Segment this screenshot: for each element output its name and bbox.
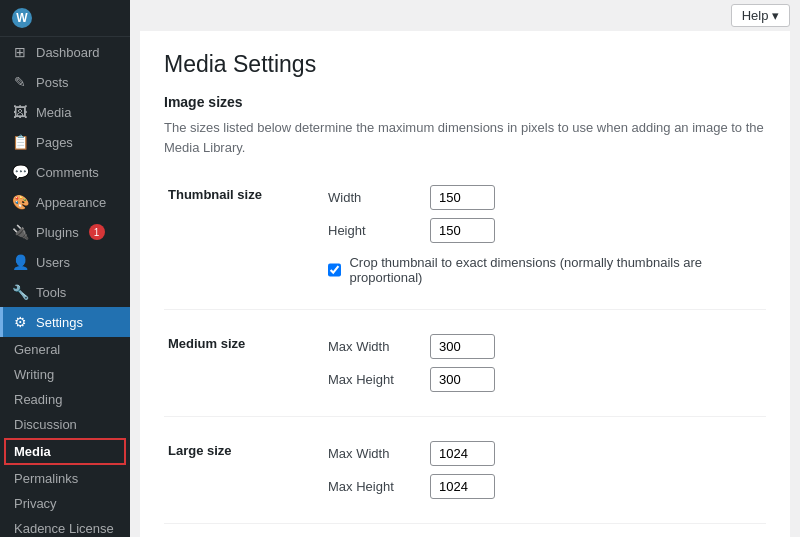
help-button[interactable]: Help ▾ (731, 4, 790, 27)
subnav-writing[interactable]: Writing (0, 362, 130, 387)
thumbnail-group: Width Height Crop thumbnail to exact dim… (328, 185, 762, 285)
large-fields: Max Width Max Height (324, 433, 766, 507)
image-sizes-desc: The sizes listed below determine the max… (164, 118, 766, 157)
nav-item-posts[interactable]: ✎ Posts (0, 67, 130, 97)
nav-item-settings[interactable]: ⚙ Settings (0, 307, 130, 337)
medium-width-row: Max Width (328, 334, 762, 359)
medium-label: Medium size (164, 326, 324, 400)
settings-icon: ⚙ (12, 314, 28, 330)
subnav-discussion[interactable]: Discussion (0, 412, 130, 437)
sidebar: W ⊞ Dashboard ✎ Posts 🖼 Media 📋 Pages 💬 … (0, 0, 130, 537)
thumbnail-height-row: Height (328, 218, 762, 243)
nav-item-appearance[interactable]: 🎨 Appearance (0, 187, 130, 217)
nav-label-pages: Pages (36, 135, 73, 150)
medium-row: Medium size Max Width Max Height (164, 326, 766, 400)
nav-label-users: Users (36, 255, 70, 270)
thumbnail-height-input[interactable] (430, 218, 495, 243)
large-height-row: Max Height (328, 474, 762, 499)
large-group: Max Width Max Height (328, 441, 762, 499)
appearance-icon: 🎨 (12, 194, 28, 210)
plugins-icon: 🔌 (12, 224, 28, 240)
comments-icon: 💬 (12, 164, 28, 180)
subnav-kadence[interactable]: Kadence License Activation (0, 516, 130, 537)
nav-label-comments: Comments (36, 165, 99, 180)
divider-3 (164, 523, 766, 524)
topbar: Help ▾ (130, 0, 800, 31)
plugins-badge: 1 (89, 224, 105, 240)
settings-submenu: General Writing Reading Discussion Media… (0, 337, 130, 537)
nav-label-plugins: Plugins (36, 225, 79, 240)
subnav-general[interactable]: General (0, 337, 130, 362)
thumbnail-fields: Width Height Crop thumbnail to exact dim… (324, 177, 766, 293)
thumbnail-row: Thumbnail size Width Height (164, 177, 766, 293)
large-table: Large size Max Width Max Height (164, 433, 766, 507)
thumbnail-width-row: Width (328, 185, 762, 210)
divider-1 (164, 309, 766, 310)
nav-item-users[interactable]: 👤 Users (0, 247, 130, 277)
subnav-permalinks[interactable]: Permalinks (0, 466, 130, 491)
thumbnail-height-label: Height (328, 223, 418, 238)
medium-table: Medium size Max Width Max Height (164, 326, 766, 400)
nav-item-comments[interactable]: 💬 Comments (0, 157, 130, 187)
page-title: Media Settings (164, 51, 766, 78)
large-row: Large size Max Width Max Height (164, 433, 766, 507)
nav-label-tools: Tools (36, 285, 66, 300)
large-width-row: Max Width (328, 441, 762, 466)
large-height-label: Max Height (328, 479, 418, 494)
nav-item-tools[interactable]: 🔧 Tools (0, 277, 130, 307)
subnav-privacy[interactable]: Privacy (0, 491, 130, 516)
thumbnail-crop-label: Crop thumbnail to exact dimensions (norm… (349, 255, 762, 285)
dashboard-icon: ⊞ (12, 44, 28, 60)
thumbnail-width-input[interactable] (430, 185, 495, 210)
divider-2 (164, 416, 766, 417)
large-label: Large size (164, 433, 324, 507)
subnav-media[interactable]: Media (4, 438, 126, 465)
content-area: Media Settings Image sizes The sizes lis… (140, 31, 790, 537)
media-icon: 🖼 (12, 104, 28, 120)
nav-label-dashboard: Dashboard (36, 45, 100, 60)
medium-height-input[interactable] (430, 367, 495, 392)
users-icon: 👤 (12, 254, 28, 270)
large-width-input[interactable] (430, 441, 495, 466)
nav-item-plugins[interactable]: 🔌 Plugins 1 (0, 217, 130, 247)
medium-group: Max Width Max Height (328, 334, 762, 392)
thumbnail-label: Thumbnail size (164, 177, 324, 293)
main-area: Help ▾ Media Settings Image sizes The si… (130, 0, 800, 537)
nav-label-settings: Settings (36, 315, 83, 330)
wp-logo-icon: W (12, 8, 32, 28)
thumbnail-table: Thumbnail size Width Height (164, 177, 766, 293)
medium-height-label: Max Height (328, 372, 418, 387)
nav-item-dashboard[interactable]: ⊞ Dashboard (0, 37, 130, 67)
large-width-label: Max Width (328, 446, 418, 461)
nav-item-media[interactable]: 🖼 Media (0, 97, 130, 127)
thumbnail-width-label: Width (328, 190, 418, 205)
sidebar-logo: W (0, 0, 130, 37)
nav-label-posts: Posts (36, 75, 69, 90)
pages-icon: 📋 (12, 134, 28, 150)
nav-item-pages[interactable]: 📋 Pages (0, 127, 130, 157)
image-sizes-title: Image sizes (164, 94, 766, 110)
large-height-input[interactable] (430, 474, 495, 499)
medium-fields: Max Width Max Height (324, 326, 766, 400)
thumbnail-crop-checkbox[interactable] (328, 263, 341, 277)
subnav-reading[interactable]: Reading (0, 387, 130, 412)
nav-label-media: Media (36, 105, 71, 120)
medium-width-label: Max Width (328, 339, 418, 354)
posts-icon: ✎ (12, 74, 28, 90)
medium-height-row: Max Height (328, 367, 762, 392)
nav-label-appearance: Appearance (36, 195, 106, 210)
thumbnail-crop-row: Crop thumbnail to exact dimensions (norm… (328, 255, 762, 285)
medium-width-input[interactable] (430, 334, 495, 359)
tools-icon: 🔧 (12, 284, 28, 300)
